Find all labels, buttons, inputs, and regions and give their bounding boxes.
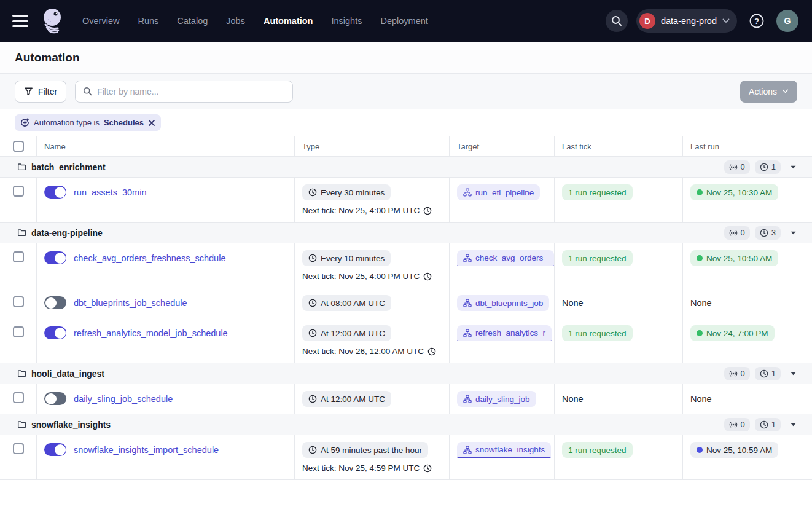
name-filter-input[interactable] xyxy=(97,87,285,97)
nav-item-insights[interactable]: Insights xyxy=(331,16,362,26)
filter-chip-automation-type[interactable]: Automation type is Schedules xyxy=(15,114,161,131)
sensor-count-badge: 0 xyxy=(724,226,750,240)
last-run-cell: Nov 25, 10:59 AM xyxy=(683,435,812,479)
automation-row: check_avg_orders_freshness_schduleEvery … xyxy=(0,243,812,288)
help-icon[interactable]: ? xyxy=(746,10,768,32)
schedule-name-link[interactable]: daily_sling_job_schedule xyxy=(74,391,173,407)
last-tick-status[interactable]: 1 run requested xyxy=(562,250,633,266)
last-tick-cell: 1 run requested xyxy=(555,318,683,363)
last-run-status[interactable]: Nov 25, 10:50 AM xyxy=(690,250,778,266)
last-tick-status[interactable]: 1 run requested xyxy=(562,325,633,341)
target-pill[interactable]: snowflake_insights xyxy=(457,442,551,458)
next-tick: Next tick: Nov 25, 4:59 PM UTC xyxy=(302,463,442,473)
schedule-name-link[interactable]: refresh_analytics_model_job_schedule xyxy=(74,325,228,341)
clock-icon xyxy=(760,229,768,237)
target-pill[interactable]: dbt_blueprints_job xyxy=(457,295,549,311)
deployment-name: data-eng-prod xyxy=(661,16,717,26)
schedule-toggle[interactable] xyxy=(44,392,66,405)
nav-item-catalog[interactable]: Catalog xyxy=(177,16,208,26)
nav-item-overview[interactable]: Overview xyxy=(82,16,119,26)
row-checkbox[interactable] xyxy=(13,326,24,337)
group-name: snowflake_insights xyxy=(31,420,111,430)
clock-icon xyxy=(308,188,317,197)
clock-icon xyxy=(308,299,317,307)
schedule-toggle[interactable] xyxy=(44,443,66,456)
search-icon[interactable] xyxy=(606,10,628,32)
last-tick-cell: 1 run requested xyxy=(555,178,683,222)
primary-nav: OverviewRunsCatalogJobsAutomationInsight… xyxy=(82,16,428,26)
target-pill[interactable]: run_etl_pipeline xyxy=(457,184,540,200)
last-tick-status[interactable]: 1 run requested xyxy=(562,442,633,458)
next-tick: Next tick: Nov 25, 4:00 PM UTC xyxy=(302,206,442,215)
sensor-icon xyxy=(729,370,738,377)
clock-icon xyxy=(427,347,436,356)
page-title-bar: Automation xyxy=(0,42,812,74)
collapse-group-button[interactable] xyxy=(788,164,798,170)
schedule-name-link[interactable]: snowflake_insights_import_schedule xyxy=(74,442,219,458)
top-nav: OverviewRunsCatalogJobsAutomationInsight… xyxy=(0,0,812,42)
sensor-icon xyxy=(729,421,738,428)
schedule-toggle[interactable] xyxy=(44,326,66,339)
last-run-cell: None xyxy=(683,288,812,318)
filter-chip-prefix: Automation type is xyxy=(34,118,100,127)
column-header-target: Target xyxy=(450,136,555,156)
last-run-status[interactable]: Nov 25, 10:59 AM xyxy=(690,442,778,458)
last-tick-none: None xyxy=(562,298,584,308)
automations-table: Name Type Target Last tick Last run batc… xyxy=(0,136,812,480)
last-tick-cell: None xyxy=(555,384,683,414)
menu-icon[interactable] xyxy=(12,15,28,27)
nav-item-automation[interactable]: Automation xyxy=(264,16,313,26)
dagster-logo-icon[interactable] xyxy=(39,6,66,36)
schedule-name-link[interactable]: dbt_blueprints_job_schedule xyxy=(74,295,187,311)
column-header-last-tick: Last tick xyxy=(555,136,683,156)
collapse-group-button[interactable] xyxy=(788,230,798,236)
schedule-count-badge: 1 xyxy=(755,160,781,174)
row-checkbox[interactable] xyxy=(13,296,24,307)
nav-item-jobs[interactable]: Jobs xyxy=(226,16,245,26)
folder-icon xyxy=(17,369,26,378)
target-pill[interactable]: check_avg_orders_ xyxy=(457,250,554,266)
schedule-toggle[interactable] xyxy=(44,251,66,264)
schedule-count-badge: 3 xyxy=(755,226,781,240)
row-checkbox[interactable] xyxy=(13,392,24,403)
row-checkbox[interactable] xyxy=(13,251,24,262)
target-pill[interactable]: refresh_analytics_r xyxy=(457,325,552,341)
last-run-status[interactable]: Nov 24, 7:00 PM xyxy=(690,325,775,341)
clock-icon xyxy=(308,329,317,337)
schedule-toggle[interactable] xyxy=(44,186,66,199)
nav-item-deployment[interactable]: Deployment xyxy=(380,16,427,26)
row-checkbox[interactable] xyxy=(13,186,24,197)
clock-icon xyxy=(423,464,432,473)
schedule-interval-pill: At 59 minutes past the hour xyxy=(302,442,428,458)
clock-icon xyxy=(760,163,768,171)
group-row: snowflake_insights01 xyxy=(0,414,812,435)
filter-button[interactable]: Filter xyxy=(15,81,66,103)
collapse-caret-icon xyxy=(791,372,796,376)
clock-icon xyxy=(308,254,317,262)
collapse-group-button[interactable] xyxy=(788,422,798,428)
target-pill[interactable]: daily_sling_job xyxy=(457,391,536,407)
last-run-status[interactable]: Nov 25, 10:30 AM xyxy=(690,184,778,200)
job-graph-icon xyxy=(463,329,472,337)
deployment-initial: D xyxy=(639,13,655,29)
row-checkbox[interactable] xyxy=(13,443,24,454)
target-cell: daily_sling_job xyxy=(450,384,555,414)
automation-row: refresh_analytics_model_job_scheduleAt 1… xyxy=(0,318,812,363)
deployment-switcher[interactable]: D data-eng-prod xyxy=(636,9,737,33)
schedule-name-link[interactable]: check_avg_orders_freshness_schdule xyxy=(74,250,225,266)
nav-item-runs[interactable]: Runs xyxy=(138,16,158,26)
schedule-interval-pill: Every 10 minutes xyxy=(302,250,391,266)
schedule-count-badge: 1 xyxy=(755,418,781,431)
clock-icon xyxy=(308,395,317,403)
remove-filter-icon[interactable] xyxy=(148,119,155,127)
select-all-checkbox[interactable] xyxy=(13,141,24,152)
collapse-group-button[interactable] xyxy=(788,371,798,377)
folder-icon xyxy=(17,162,26,171)
actions-button[interactable]: Actions xyxy=(740,81,797,103)
last-tick-status[interactable]: 1 run requested xyxy=(562,184,633,200)
filter-chip-value: Schedules xyxy=(104,118,144,127)
schedule-name-link[interactable]: run_assets_30min xyxy=(74,184,147,200)
user-avatar[interactable]: G xyxy=(776,10,798,32)
schedule-toggle[interactable] xyxy=(44,296,66,309)
name-filter-field xyxy=(75,81,293,103)
